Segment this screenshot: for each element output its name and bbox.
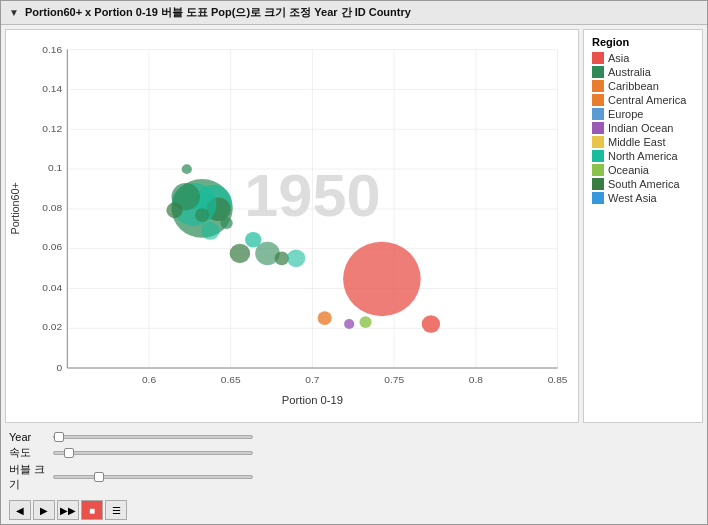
year-label: Year: [9, 431, 49, 443]
legend-label-caribbean: Caribbean: [608, 80, 659, 92]
stop-icon: ■: [89, 505, 95, 516]
svg-point-52: [343, 242, 421, 316]
legend-color-west-asia: [592, 192, 604, 204]
legend-color-oceania: [592, 164, 604, 176]
legend-item-middle-east: Middle East: [592, 136, 694, 148]
legend-label-central-america: Central America: [608, 94, 686, 106]
speed-label: 속도: [9, 445, 49, 460]
svg-text:0.85: 0.85: [548, 374, 568, 385]
svg-point-54: [344, 319, 354, 329]
legend-color-indian-ocean: [592, 122, 604, 134]
legend-color-central-america: [592, 94, 604, 106]
svg-text:0.12: 0.12: [42, 123, 62, 134]
svg-text:0.65: 0.65: [221, 374, 241, 385]
svg-point-43: [166, 202, 182, 218]
chart-legend: Region Asia Australia Caribbean Central …: [583, 29, 703, 423]
chart-title: Portion60+ x Portion 0-19 버블 도표 Pop(으)로 …: [25, 5, 411, 20]
next-button[interactable]: ▶▶: [57, 500, 79, 520]
prev-button[interactable]: ◀: [9, 500, 31, 520]
playback-bar: ◀ ▶ ▶▶ ■ ☰: [1, 496, 707, 524]
prev-icon: ◀: [16, 505, 24, 516]
legend-label-middle-east: Middle East: [608, 136, 665, 148]
legend-color-caribbean: [592, 80, 604, 92]
legend-label-south-america: South America: [608, 178, 680, 190]
svg-point-46: [221, 217, 233, 229]
year-slider-thumb[interactable]: [54, 432, 64, 442]
stop-button[interactable]: ■: [81, 500, 103, 520]
svg-text:0.02: 0.02: [42, 321, 62, 332]
svg-point-53: [318, 311, 332, 325]
svg-point-55: [359, 316, 371, 328]
legend-color-north-america: [592, 150, 604, 162]
title-arrow[interactable]: ▼: [9, 7, 19, 18]
svg-point-47: [230, 244, 250, 264]
main-content: 0.16 0.14 0.12 0.1 0.08 0.06 0.04 0.02 0…: [1, 25, 707, 427]
legend-item-south-america: South America: [592, 178, 694, 190]
controls-panel: Year 속도 버블 크기: [1, 427, 707, 496]
svg-point-56: [422, 315, 440, 333]
legend-label-north-america: North America: [608, 150, 678, 162]
legend-item-oceania: Oceania: [592, 164, 694, 176]
legend-item-north-america: North America: [592, 150, 694, 162]
legend-item-caribbean: Caribbean: [592, 80, 694, 92]
play-button[interactable]: ▶: [33, 500, 55, 520]
svg-text:0.04: 0.04: [42, 282, 62, 293]
legend-item-indian-ocean: Indian Ocean: [592, 122, 694, 134]
year-slider-track[interactable]: [53, 435, 253, 439]
title-bar: ▼ Portion60+ x Portion 0-19 버블 도표 Pop(으)…: [1, 1, 707, 25]
menu-icon: ☰: [112, 505, 121, 516]
svg-text:Portion60+: Portion60+: [9, 182, 21, 234]
svg-text:1950: 1950: [244, 163, 380, 229]
legend-color-asia: [592, 52, 604, 64]
legend-label-west-asia: West Asia: [608, 192, 657, 204]
svg-point-45: [201, 222, 219, 240]
svg-text:0.14: 0.14: [42, 83, 62, 94]
svg-text:0: 0: [57, 362, 63, 373]
legend-label-australia: Australia: [608, 66, 651, 78]
speed-control-row: 속도: [9, 445, 699, 460]
menu-button[interactable]: ☰: [105, 500, 127, 520]
legend-color-middle-east: [592, 136, 604, 148]
legend-color-europe: [592, 108, 604, 120]
svg-point-51: [287, 250, 305, 268]
svg-text:0.8: 0.8: [469, 374, 484, 385]
legend-label-oceania: Oceania: [608, 164, 649, 176]
svg-text:0.06: 0.06: [42, 242, 62, 253]
play-icon: ▶: [40, 505, 48, 516]
svg-text:0.16: 0.16: [42, 44, 62, 55]
speed-slider-track[interactable]: [53, 451, 253, 455]
legend-item-australia: Australia: [592, 66, 694, 78]
svg-text:0.75: 0.75: [384, 374, 404, 385]
year-control-row: Year: [9, 431, 699, 443]
svg-point-40: [182, 164, 192, 174]
next-icon: ▶▶: [60, 505, 76, 516]
speed-slider-thumb[interactable]: [64, 448, 74, 458]
legend-item-asia: Asia: [592, 52, 694, 64]
svg-text:0.08: 0.08: [42, 202, 62, 213]
svg-point-50: [275, 251, 289, 265]
svg-text:0.6: 0.6: [142, 374, 157, 385]
legend-item-europe: Europe: [592, 108, 694, 120]
legend-item-west-asia: West Asia: [592, 192, 694, 204]
bubble-size-slider-thumb[interactable]: [94, 472, 104, 482]
bubble-size-control-row: 버블 크기: [9, 462, 699, 492]
legend-label-europe: Europe: [608, 108, 643, 120]
bubble-size-slider-track[interactable]: [53, 475, 253, 479]
bubble-size-label: 버블 크기: [9, 462, 49, 492]
legend-title: Region: [592, 36, 694, 48]
legend-color-australia: [592, 66, 604, 78]
chart-svg: 0.16 0.14 0.12 0.1 0.08 0.06 0.04 0.02 0…: [6, 30, 578, 422]
legend-label-asia: Asia: [608, 52, 629, 64]
svg-text:0.1: 0.1: [48, 162, 63, 173]
main-window: ▼ Portion60+ x Portion 0-19 버블 도표 Pop(으)…: [0, 0, 708, 525]
legend-item-central-america: Central America: [592, 94, 694, 106]
svg-text:Portion 0-19: Portion 0-19: [282, 395, 343, 407]
svg-point-44: [195, 208, 209, 222]
legend-color-south-america: [592, 178, 604, 190]
chart-area: 0.16 0.14 0.12 0.1 0.08 0.06 0.04 0.02 0…: [5, 29, 579, 423]
legend-label-indian-ocean: Indian Ocean: [608, 122, 673, 134]
svg-text:0.7: 0.7: [305, 374, 320, 385]
